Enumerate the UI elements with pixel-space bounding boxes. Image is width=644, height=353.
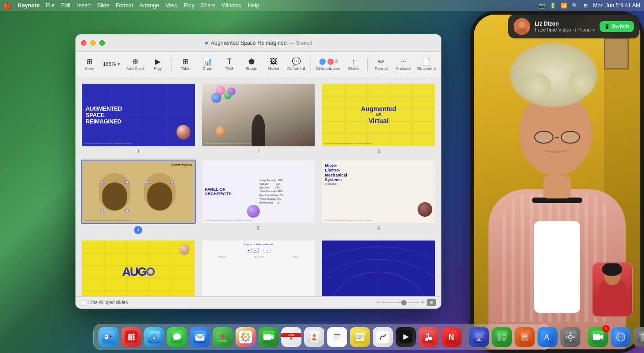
dock-messages[interactable] — [167, 327, 187, 347]
window-menu[interactable]: Window — [222, 2, 242, 9]
slide-item-5[interactable]: PANEL OFARCHITECTS Jocelyn Engstrom SWE … — [201, 160, 316, 234]
app-name-menu[interactable]: Keynote — [18, 2, 39, 9]
slide-item-3[interactable]: Augmented VS Virtual Sara Smith · Augmen… — [321, 83, 436, 154]
dock-safari[interactable] — [144, 327, 164, 347]
svg-point-24 — [126, 209, 129, 212]
dock-photos[interactable] — [236, 327, 256, 347]
slide-thumb-6: Micro-Electro-MechanicalSystems (or M.E.… — [321, 160, 436, 224]
zoom-grid-icon[interactable]: ⊞ — [427, 299, 436, 306]
zoom-slider[interactable] — [382, 302, 419, 303]
shape-button[interactable]: ⬟ Shape — [242, 56, 262, 73]
zoom-button[interactable]: 168%▼ — [101, 60, 123, 69]
dock-news[interactable]: N — [441, 327, 462, 347]
svg-point-50 — [133, 336, 135, 338]
svg-point-85 — [313, 334, 316, 337]
animate-label: Animate — [396, 66, 411, 71]
dock-facetime[interactable] — [258, 327, 279, 347]
dock-appletv[interactable] — [396, 327, 416, 347]
dock-appstore[interactable]: A — [537, 327, 558, 347]
media-button[interactable]: 🖼 Media — [263, 56, 284, 73]
dock-calendar[interactable]: JUN 5 — [281, 327, 301, 347]
chart-button[interactable]: 📊 Chart — [198, 56, 218, 73]
chart-icon: 📊 — [203, 58, 212, 65]
svg-rect-67 — [218, 340, 227, 342]
svg-rect-117 — [522, 335, 527, 336]
apple-logo-icon[interactable]: 🍎 — [4, 2, 11, 9]
dock-numbers[interactable] — [492, 327, 512, 347]
help-menu[interactable]: Help — [248, 2, 259, 9]
slide3-content: Augmented VS Virtual — [361, 106, 396, 124]
dock-launchpad[interactable] — [121, 327, 141, 347]
view-button[interactable]: ⊞ View — [79, 56, 99, 73]
dock-freeform[interactable] — [373, 327, 393, 347]
maximize-button[interactable] — [99, 40, 105, 46]
collaborator-avatar-1 — [319, 58, 326, 65]
slide-item-4[interactable]: Spatial Mapping Sara Smith · Augmented S… — [81, 160, 196, 234]
dock-globe[interactable] — [611, 327, 631, 347]
slide3-footer: Sara Smith · Augmented Space Reimagined … — [325, 143, 371, 144]
play-button[interactable]: ▶ Play — [148, 56, 168, 73]
dock-notes[interactable] — [350, 327, 370, 347]
dock-system-preferences[interactable] — [560, 327, 580, 347]
arrange-menu[interactable]: Arrange — [140, 2, 159, 9]
collaboration-label: Collaboration — [316, 66, 340, 71]
dock-facetime-active[interactable]: 1 — [588, 327, 608, 347]
edit-menu[interactable]: Edit — [61, 2, 71, 9]
slide-item-9[interactable]: PHYSICALAUGMENTEDVIRTUAL 9 — [321, 240, 436, 296]
dock-mail[interactable] — [190, 327, 210, 347]
dock-finder[interactable] — [98, 327, 118, 347]
slide-item-2[interactable]: Sara Smith · Augmented Space Reimagined … — [201, 83, 316, 154]
document-button[interactable]: 📄 Document — [415, 56, 438, 73]
view-menu[interactable]: View — [166, 2, 177, 9]
minimize-button[interactable] — [90, 40, 96, 46]
insert-menu[interactable]: Insert — [77, 2, 91, 9]
window-titlebar: ■ Augmented Space Reimagined — Shared — [75, 34, 441, 52]
format-panel-button[interactable]: ✏ Format — [371, 56, 392, 73]
collaboration-button[interactable]: 2 Collaboration — [315, 56, 342, 73]
switch-button[interactable]: Switch — [600, 21, 634, 32]
animate-button[interactable]: ⋯ Animate — [393, 56, 413, 73]
dock-keynote[interactable] — [469, 327, 489, 347]
svg-point-49 — [130, 336, 133, 338]
dock-contacts[interactable] — [304, 327, 324, 347]
svg-point-70 — [245, 332, 247, 335]
share-menu[interactable]: Share — [201, 2, 215, 9]
comment-icon: 💬 — [292, 58, 301, 65]
slides-area[interactable]: AUGMENTEDSPACEREIMAGINED Sara Smith · Au… — [75, 77, 441, 296]
format-menu[interactable]: Format — [116, 2, 133, 9]
slide-item-1[interactable]: AUGMENTEDSPACEREIMAGINED Sara Smith · Au… — [81, 83, 196, 154]
hide-skipped-checkbox[interactable] — [81, 300, 86, 305]
dock-music[interactable] — [419, 327, 439, 347]
slide-item-6[interactable]: Micro-Electro-MechanicalSystems (or M.E.… — [321, 160, 436, 234]
slide-item-8[interactable]: Layers of Augmentation ■ ▭ → ▭ PhysicalA… — [201, 240, 316, 296]
zoom-plus-icon[interactable]: + — [421, 300, 424, 305]
hair-puff-2 — [569, 70, 594, 96]
shape-icon: ⬟ — [248, 58, 255, 65]
svg-point-48 — [128, 336, 130, 338]
close-button[interactable] — [81, 40, 86, 46]
slide-item-7[interactable]: AUGO 7 — [81, 240, 196, 296]
zoom-minus-icon[interactable]: − — [376, 300, 379, 305]
comment-button[interactable]: 💬 Comment — [285, 56, 307, 73]
svg-point-86 — [312, 338, 317, 341]
dock-trash[interactable] — [633, 327, 644, 347]
file-menu[interactable]: File — [46, 2, 54, 9]
dock-maps[interactable] — [213, 327, 233, 347]
slide-menu[interactable]: Slide — [97, 2, 109, 9]
text-button[interactable]: T Text — [220, 56, 240, 73]
search-icon[interactable]: 🔍 — [571, 2, 579, 9]
svg-rect-95 — [357, 337, 363, 337]
dock-pages[interactable] — [515, 327, 535, 347]
svg-text:A: A — [544, 333, 549, 341]
table-button[interactable]: ⊞ Table — [176, 56, 196, 73]
dock-reminders[interactable] — [327, 327, 347, 347]
wifi-icon: 📶 — [560, 2, 568, 9]
control-center-icon[interactable]: ⊞ — [582, 2, 590, 9]
comment-label: Comment — [287, 66, 305, 71]
share-button[interactable]: ↑ Share — [343, 56, 364, 73]
play-menu[interactable]: Play — [184, 2, 194, 9]
svg-rect-94 — [357, 335, 363, 336]
add-slide-button[interactable]: ⊕ Add Slide — [124, 56, 146, 73]
collaborator-count: 2 — [335, 59, 338, 64]
share-icon: ↑ — [352, 58, 355, 65]
